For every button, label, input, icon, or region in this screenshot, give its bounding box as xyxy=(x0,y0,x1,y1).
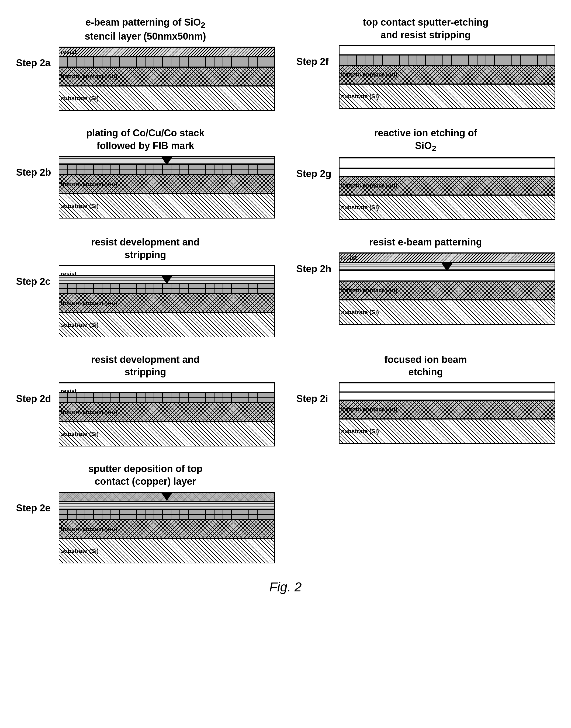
empty-cell xyxy=(297,463,555,563)
step-2i-diagram: bottom contact (Au) substrate (Si) xyxy=(339,382,555,444)
step-2i-diagram-row: Step 2i xyxy=(297,382,555,444)
step-2c-label: Step 2c xyxy=(16,265,54,287)
bottom-contact-2h: bottom contact (Au) xyxy=(340,281,555,300)
step-2b-block: plating of Co/Cu/Co stackfollowed by FIB… xyxy=(16,127,275,220)
step-2g-block: reactive ion etching ofSiO2 Step 2g xyxy=(297,127,555,220)
step-2e-label: Step 2e xyxy=(16,492,54,514)
figure-caption: Fig. 2 xyxy=(269,580,302,594)
step-2a-layers: resist bottom contact (Au) substrate (Si… xyxy=(59,46,275,111)
bottom-contact-2f: bottom contact (Au) xyxy=(340,65,555,84)
step-2b-diagram-row: Step 2b bottom contact (Au) substrate xyxy=(16,156,275,219)
step-2h-layers: resist bottom contact (Au) xyxy=(339,252,555,325)
fib-notch-2c xyxy=(161,276,172,284)
bottom-contact-2i: bottom contact (Au) xyxy=(340,400,555,419)
stack-2h xyxy=(340,263,555,271)
step-2i-title: focused ion beametching xyxy=(297,354,555,379)
bottom-contact-2a: bottom contact (Au) xyxy=(59,67,274,86)
bottom-contact-label-2d: bottom contact (Au) xyxy=(61,409,117,416)
bottom-contact-label-2c: bottom contact (Au) xyxy=(61,299,117,307)
step-2i-layers: bottom contact (Au) substrate (Si) xyxy=(339,382,555,444)
step-2d-label: Step 2d xyxy=(16,382,54,404)
step-2f-diagram: bottom contact (Au) substrate (Si) xyxy=(339,45,555,109)
bottom-contact-2c: bottom contact (Au) xyxy=(59,294,274,313)
step-2c-layers: resist bottom contact (Au) xyxy=(59,265,275,337)
bottom-contact-label-2b: bottom contact (Au) xyxy=(61,181,117,188)
resist-layer-2a: resist xyxy=(59,47,274,57)
bottom-contact-2b: bottom contact (Au) xyxy=(59,175,274,194)
step-2g-layers: bottom contact (Au) substrate (Si) xyxy=(339,157,555,220)
sio2-layer-2h xyxy=(340,271,555,281)
substrate-label-2d: substrate (Si) xyxy=(61,431,99,438)
step-2e-layers: bottom contact (Au) substrate (Si) xyxy=(59,492,275,563)
top-contact-2i xyxy=(340,383,555,392)
step-2e-diagram: bottom contact (Au) substrate (Si) xyxy=(59,492,275,563)
substrate-2e: substrate (Si) xyxy=(59,538,274,563)
bottom-contact-label-2e: bottom contact (Au) xyxy=(61,526,117,533)
substrate-2g: substrate (Si) xyxy=(340,195,555,219)
substrate-label-2e: substrate (Si) xyxy=(61,548,99,555)
bottom-contact-label-2a: bottom contact (Au) xyxy=(61,73,117,80)
step-2a-block: e-beam patterning of SiO2stencil layer (… xyxy=(16,16,275,111)
sio2-layer-2g xyxy=(340,158,555,168)
stack-2i xyxy=(340,392,555,400)
top-contact-2e xyxy=(59,492,274,501)
substrate-label-2c: substrate (Si) xyxy=(61,322,99,329)
step-2g-diagram-row: Step 2g xyxy=(297,157,555,220)
step-2b-label: Step 2b xyxy=(16,156,54,178)
step-2a-label: Step 2a xyxy=(16,46,54,69)
step-2g-diagram: bottom contact (Au) substrate (Si) xyxy=(339,157,555,220)
substrate-2d: substrate (Si) xyxy=(59,421,274,446)
notch-2e xyxy=(161,493,172,501)
step-2a-diagram-row: Step 2a resist bottom contact (Au) sub xyxy=(16,46,275,111)
substrate-label-2h: substrate (Si) xyxy=(341,309,379,316)
step-2h-diagram-row: Step 2h resist xyxy=(297,252,555,325)
resist-label-2a: resist xyxy=(61,48,77,55)
step-2c-diagram: resist bottom contact (Au) xyxy=(59,265,275,337)
step-2f-title: top contact sputter-etchingand resist st… xyxy=(297,16,555,41)
step-2e-title: sputter deposition of topcontact (copper… xyxy=(16,463,275,488)
substrate-2c: substrate (Si) xyxy=(59,313,274,337)
step-2b-title: plating of Co/Cu/Co stackfollowed by FIB… xyxy=(16,127,275,152)
step-2b-diagram: bottom contact (Au) substrate (Si) xyxy=(59,156,275,219)
step-2h-label: Step 2h xyxy=(297,252,334,274)
substrate-2f: substrate (Si) xyxy=(340,84,555,108)
bottom-contact-label-2g: bottom contact (Au) xyxy=(341,182,397,189)
step-2f-block: top contact sputter-etchingand resist st… xyxy=(297,16,555,111)
step-2b-layers: bottom contact (Au) substrate (Si) xyxy=(59,156,275,219)
step-2g-title: reactive ion etching ofSiO2 xyxy=(297,127,555,153)
main-grid: e-beam patterning of SiO2stencil layer (… xyxy=(16,16,555,563)
substrate-label-2b: substrate (Si) xyxy=(61,203,99,210)
substrate-label-2a: substrate (Si) xyxy=(61,95,99,102)
step-2c-block: resist development andstripping Step 2c … xyxy=(16,236,275,337)
bottom-contact-label-2i: bottom contact (Au) xyxy=(341,406,397,413)
step-2d-diagram: resist bottom contact (Au) substrate (Si… xyxy=(59,382,275,447)
fib-notch-2h xyxy=(442,263,452,271)
substrate-label-2f: substrate (Si) xyxy=(341,93,379,100)
substrate-label-2i: substrate (Si) xyxy=(341,428,379,435)
step-2i-block: focused ion beametching Step 2i xyxy=(297,354,555,447)
sio2-layer-2c xyxy=(59,283,274,294)
resist-2c: resist xyxy=(59,266,274,275)
step-2h-diagram: resist bottom contact (Au) xyxy=(339,252,555,325)
step-2e-block: sputter deposition of topcontact (copper… xyxy=(16,463,275,563)
step-2d-diagram-row: Step 2d resist bottom contact xyxy=(16,382,275,447)
substrate-2i: substrate (Si) xyxy=(340,419,555,443)
resist-label-2c: resist xyxy=(61,270,77,277)
step-2d-block: resist development andstripping Step 2d … xyxy=(16,354,275,447)
step-2f-layers: bottom contact (Au) substrate (Si) xyxy=(339,45,555,109)
sio2-layer-2a xyxy=(59,57,274,67)
stack-2c xyxy=(59,275,274,283)
substrate-2b: substrate (Si) xyxy=(59,194,274,218)
step-2c-title: resist development andstripping xyxy=(16,236,275,261)
bottom-contact-label-2h: bottom contact (Au) xyxy=(341,287,397,294)
substrate-label-2g: substrate (Si) xyxy=(341,204,379,211)
step-2i-label: Step 2i xyxy=(297,382,334,404)
step-2g-label: Step 2g xyxy=(297,157,334,179)
step-2f-diagram-row: Step 2f bottom contact (Au) xyxy=(297,45,555,109)
step-2f-label: Step 2f xyxy=(297,45,334,68)
sio2-layer-2d xyxy=(59,392,274,403)
stack-2g xyxy=(340,168,555,176)
step-2d-layers: resist bottom contact (Au) substrate (Si… xyxy=(59,382,275,447)
step-2h-block: resist e-beam patterning Step 2h resist xyxy=(297,236,555,337)
sio2-layer-2f xyxy=(340,55,555,65)
